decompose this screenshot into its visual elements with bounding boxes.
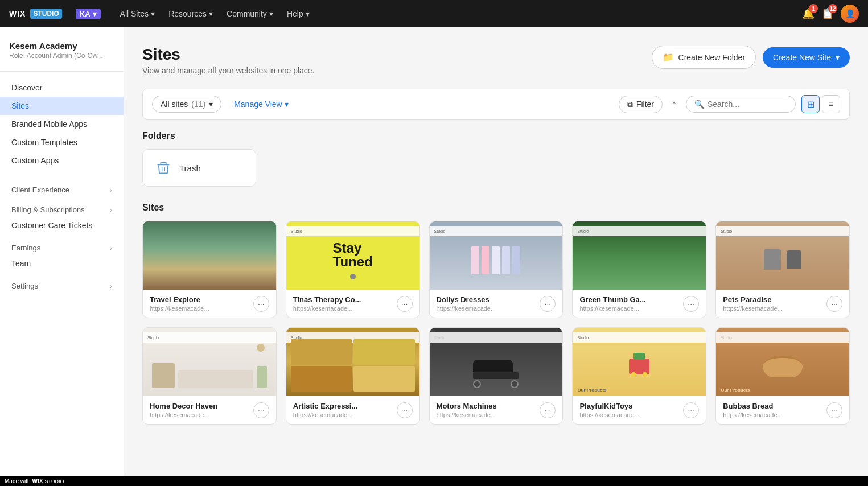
folders-section-title: Folders — [142, 131, 850, 141]
site-thumbnail: Studio — [430, 328, 563, 396]
message-badge: 12 — [828, 4, 837, 13]
site-card-home-decor[interactable]: Studio Made with WIXSTUDIO — [142, 327, 277, 425]
avatar[interactable]: 👤 — [841, 5, 859, 23]
notification-badge: 1 — [809, 4, 818, 13]
site-url: https://kesemacade... — [723, 411, 783, 418]
sidebar: Kesem Academy Role: Account Admin (Co-Ow… — [0, 27, 124, 486]
grid-view-button[interactable]: ⊞ — [801, 95, 820, 113]
site-card-tinas-therapy[interactable]: Studio StayTuned Made with WIXSTUDIO Tin… — [286, 221, 420, 318]
site-thumbnail: Studio — [143, 221, 276, 290]
sidebar-item-earnings[interactable]: Earnings › — [0, 234, 124, 254]
sidebar-item-custom-apps[interactable]: Custom Apps — [0, 151, 124, 170]
site-url: https://kesemacade... — [723, 305, 783, 312]
site-menu-button[interactable]: ··· — [683, 296, 699, 312]
site-card-green-thumb[interactable]: Studio Made with WIXSTUDIO Green Thumb G… — [572, 221, 706, 318]
sidebar-item-branded-mobile-apps[interactable]: Branded Mobile Apps — [0, 115, 124, 133]
export-button[interactable]: ↑ — [668, 96, 680, 113]
site-menu-button[interactable]: ··· — [253, 402, 269, 418]
site-card-motors[interactable]: Studio — [429, 327, 563, 425]
site-url: https://kesemacade... — [150, 305, 209, 312]
nav-item-resources[interactable]: Resources ▾ — [163, 6, 219, 22]
site-menu-button[interactable]: ··· — [826, 296, 842, 312]
sidebar-item-discover[interactable]: Discover — [0, 79, 124, 97]
site-info: Motors Machines https://kesemacade... ··… — [430, 396, 563, 424]
workspace-name: Kesem Academy — [9, 41, 114, 51]
site-card-pets-paradise[interactable]: Studio Made with WIXSTUDIO Pets Paradise — [715, 221, 850, 318]
sidebar-item-team[interactable]: Team — [0, 254, 124, 273]
site-menu-button[interactable]: ··· — [826, 402, 842, 418]
nav-right: 🔔 1 📋 12 👤 — [802, 5, 859, 23]
workspace-info: Kesem Academy Role: Account Admin (Co-Ow… — [0, 39, 124, 72]
site-card-dollys-dresses[interactable]: Studio Made — [429, 221, 563, 318]
sidebar-item-billing[interactable]: Billing & Subscriptions › — [0, 196, 124, 216]
page-title: Sites — [142, 46, 314, 64]
sites-section-title: Sites — [142, 203, 850, 213]
page-title-area: Sites View and manage all your websites … — [142, 46, 314, 75]
site-thumbnail: Studio StayTuned — [286, 221, 419, 290]
search-input[interactable] — [707, 100, 787, 109]
nav-items: All Sites ▾ Resources ▾ Community ▾ Help… — [114, 6, 788, 22]
top-nav: WIX STUDIO KA ▾ All Sites ▾ Resources ▾ … — [0, 0, 868, 27]
site-info: Artistic Expressi... https://kesemacade.… — [286, 396, 419, 424]
site-menu-button[interactable]: ··· — [540, 402, 556, 418]
folders-section: Folders Trash — [142, 131, 850, 187]
main-content: Sites View and manage all your websites … — [124, 27, 868, 486]
site-url: https://kesemacade... — [437, 411, 497, 418]
sidebar-item-sites[interactable]: Sites — [0, 97, 124, 115]
site-info: Home Decor Haven https://kesemacade... ·… — [143, 396, 276, 424]
site-card-artistic[interactable]: Studio Made with WIXSTUDIO — [286, 327, 420, 425]
create-new-site-button[interactable]: Create New Site ▾ — [763, 47, 850, 68]
site-info: PlayfulKidToys https://kesemacade... ··· — [573, 396, 706, 424]
site-thumbnail: Studio — [286, 328, 419, 396]
site-thumbnail: Studio — [143, 328, 276, 396]
sidebar-item-customer-care[interactable]: Customer Care Tickets — [0, 216, 124, 234]
manage-view-button[interactable]: Manage View ▾ — [228, 96, 294, 112]
folder-icon: 📁 — [663, 52, 674, 63]
header-actions: 📁 Create New Folder Create New Site ▾ — [652, 46, 850, 69]
site-name: Home Decor Haven — [150, 402, 217, 410]
site-thumbnail: Studio — [430, 221, 563, 290]
site-name: Bubbas Bread — [723, 402, 783, 410]
site-info: Tinas Therapy Co... https://kesemacade..… — [286, 290, 419, 318]
notifications-btn[interactable]: 🔔 1 — [802, 7, 814, 20]
messages-btn[interactable]: 📋 12 — [821, 7, 834, 20]
site-card-travel-explore[interactable]: Studio Made with WIXSTUDIO Travel Explor… — [142, 221, 277, 318]
site-menu-button[interactable]: ··· — [540, 296, 556, 312]
nav-item-help[interactable]: Help ▾ — [281, 6, 315, 22]
site-thumbnail: Studio Our Products — [716, 328, 849, 396]
site-url: https://kesemacade... — [150, 411, 217, 418]
site-menu-button[interactable]: ··· — [397, 296, 413, 312]
list-view-button[interactable]: ≡ — [822, 95, 840, 113]
site-name: PlayfulKidToys — [579, 402, 639, 410]
chevron-down-icon: ▾ — [285, 100, 289, 109]
sidebar-item-client-experience[interactable]: Client Experience › — [0, 176, 124, 196]
create-new-folder-button[interactable]: 📁 Create New Folder — [652, 46, 756, 69]
layout: Kesem Academy Role: Account Admin (Co-Ow… — [0, 27, 868, 486]
site-url: https://kesemacade... — [579, 305, 645, 312]
filter-button[interactable]: ⧉ Filter — [619, 96, 663, 113]
sidebar-item-custom-templates[interactable]: Custom Templates — [0, 133, 124, 151]
nav-item-community[interactable]: Community ▾ — [221, 6, 279, 22]
site-name: Tinas Therapy Co... — [293, 295, 361, 304]
site-info: Pets Paradise https://kesemacade... ··· — [716, 290, 849, 318]
workspace-role: Role: Account Admin (Co-Ow... — [9, 52, 114, 60]
account-switcher[interactable]: KA ▾ — [76, 9, 101, 19]
chevron-right-icon: › — [110, 245, 112, 252]
site-menu-button[interactable]: ··· — [683, 402, 699, 418]
site-menu-button[interactable]: ··· — [397, 402, 413, 418]
trash-folder[interactable]: Trash — [142, 149, 256, 187]
site-info: Bubbas Bread https://kesemacade... ··· — [716, 396, 849, 424]
nav-item-all-sites[interactable]: All Sites ▾ — [114, 6, 161, 22]
chevron-right-icon: › — [110, 207, 112, 213]
sidebar-item-settings[interactable]: Settings › — [0, 273, 124, 293]
search-box[interactable]: 🔍 — [686, 96, 796, 113]
chevron-down-icon: ▾ — [836, 53, 840, 62]
site-thumbnail: Studio — [716, 221, 849, 290]
site-card-playful-kid-toys[interactable]: Studio Our Products — [572, 327, 706, 425]
site-url: https://kesemacade... — [437, 305, 496, 312]
all-sites-dropdown[interactable]: All sites (11) ▾ — [152, 96, 221, 113]
page-header: Sites View and manage all your websites … — [142, 46, 850, 75]
site-card-bubbas-bread[interactable]: Studio Our Products Made with WIXSTUDIO … — [715, 327, 850, 425]
site-menu-button[interactable]: ··· — [253, 296, 269, 312]
site-name: Green Thumb Ga... — [579, 295, 645, 304]
